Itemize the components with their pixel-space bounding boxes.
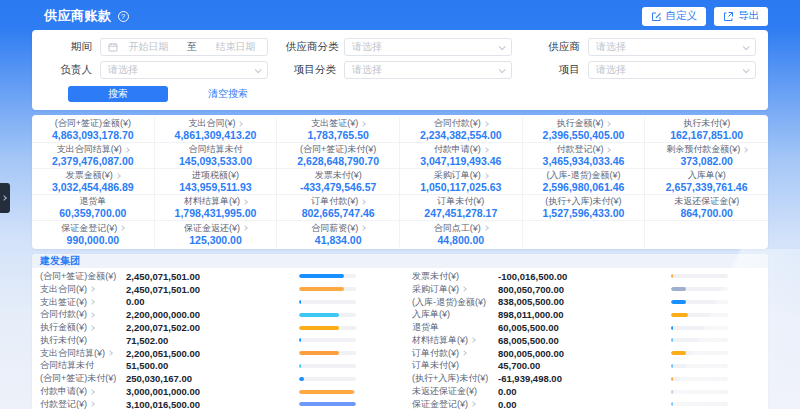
project-category-field: 项目分类 请选择 xyxy=(286,61,512,79)
chevron-right-icon xyxy=(107,350,113,356)
stat-value: 4,861,309,413.20 xyxy=(175,129,257,141)
bar-fill xyxy=(299,313,339,317)
metric-value: 3,100,016,500.00 xyxy=(126,399,299,409)
metric-row: (合同+签证)金额(¥)2,450,071,501.00 xyxy=(40,270,382,283)
summary-stat-cell[interactable]: 保证金返还(¥)125,300.00 xyxy=(155,221,278,247)
summary-stat-cell: (合同+签证)未付(¥)2,628,648,790.70 xyxy=(277,143,400,169)
group-metrics-left-column: (合同+签证)金额(¥)2,450,071,501.00支出合同(¥)2,450… xyxy=(40,270,382,409)
group-header[interactable]: 建发集团 xyxy=(32,254,768,268)
chevron-right-icon xyxy=(124,147,130,153)
bar-track xyxy=(299,300,356,304)
stat-label: 保证金登记(¥) xyxy=(61,223,117,234)
summary-stat-cell[interactable]: 付款申请(¥)3,047,119,493.46 xyxy=(400,143,523,169)
metric-label: (入库-退货)金额(¥) xyxy=(412,296,486,309)
summary-stat-cell[interactable]: 剩余预付款金额(¥)373,082.00 xyxy=(645,143,768,169)
clear-search-link[interactable]: 清空搜索 xyxy=(208,87,248,101)
metric-row: 执行未付(¥)71,502.00 xyxy=(40,334,382,347)
bar-track xyxy=(299,338,356,342)
summary-stat-cell: 未返还保证金(¥)864,700.00 xyxy=(645,195,768,221)
metric-row: (合同+签证)未付(¥)250,030,167.00 xyxy=(40,372,382,385)
metric-row[interactable]: 保证金登记(¥)0.00 xyxy=(412,398,754,409)
stat-label: 合同薪资(¥) xyxy=(311,223,358,234)
chevron-right-icon xyxy=(115,173,121,179)
bar-track xyxy=(299,326,356,330)
chevron-right-icon xyxy=(242,225,248,231)
supplier-category-select[interactable]: 请选择 xyxy=(344,38,512,56)
bar-track xyxy=(299,377,356,381)
stat-label: 支出合同结算(¥) xyxy=(57,144,122,155)
stat-value: -433,479,546.57 xyxy=(300,181,376,193)
metric-row[interactable]: 合同付款(¥)2,200,000,000.00 xyxy=(40,308,382,321)
bar-track xyxy=(671,313,728,317)
metric-value: 3,000,001,000.00 xyxy=(126,386,299,397)
metric-row[interactable]: 采购订单(¥)800,050,700.00 xyxy=(412,283,754,296)
metric-row[interactable]: 材料结算单(¥)68,005,500.00 xyxy=(412,334,754,347)
calendar-icon xyxy=(108,42,118,52)
summary-stat-cell[interactable]: 支出合同结算(¥)2,379,476,087.00 xyxy=(32,143,155,169)
summary-stat-cell[interactable]: 合同薪资(¥)41,834.00 xyxy=(277,221,400,247)
chevron-right-icon xyxy=(483,121,489,127)
metric-row[interactable]: 付款登记(¥)3,100,016,500.00 xyxy=(40,398,382,409)
stat-label: (合同+签证)金额(¥) xyxy=(55,118,131,129)
stat-value: 2,628,648,790.70 xyxy=(297,155,379,167)
bar-track xyxy=(671,300,728,304)
summary-stat-cell[interactable]: 支出签证(¥)1,783,765.50 xyxy=(277,117,400,143)
summary-stat-cell[interactable]: 采购订单(¥)1,050,117,025.63 xyxy=(400,169,523,195)
metric-value: 51,500.00 xyxy=(126,360,299,371)
group-section: 建发集团 (合同+签证)金额(¥)2,450,071,501.00支出合同(¥)… xyxy=(32,254,768,409)
owner-field: 负责人 请选择 xyxy=(42,61,268,79)
period-range-input[interactable]: 开始日期 至 结束日期 xyxy=(100,38,268,56)
chevron-right-icon xyxy=(470,402,476,408)
summary-stat-cell: 合同结算未付145,093,533.00 xyxy=(155,143,278,169)
summary-stat-cell[interactable]: 支出合同(¥)4,861,309,413.20 xyxy=(155,117,278,143)
group-name: 建发集团 xyxy=(40,254,80,268)
summary-stat-cell[interactable]: 付款登记(¥)3,465,934,033.46 xyxy=(523,143,646,169)
supplier-select[interactable]: 请选择 xyxy=(588,38,756,56)
metric-row[interactable]: 支出合同结算(¥)2,200,051,500.00 xyxy=(40,347,382,360)
chevron-down-icon xyxy=(743,66,750,73)
metric-row[interactable]: 订单付款(¥)800,005,000.00 xyxy=(412,347,754,360)
stat-value: 373,082.00 xyxy=(680,155,733,167)
summary-stat-cell[interactable]: 订单付款(¥)802,665,747.46 xyxy=(277,195,400,221)
summary-stat-cell[interactable]: 合同付款(¥)2,234,382,554.00 xyxy=(400,117,523,143)
summary-stat-cell: 执行未付(¥)162,167,851.00 xyxy=(645,117,768,143)
project-category-select[interactable]: 请选择 xyxy=(344,61,512,79)
chevron-right-icon xyxy=(242,199,248,205)
owner-select[interactable]: 请选择 xyxy=(100,61,268,79)
help-icon[interactable] xyxy=(118,11,129,22)
stat-label: 支出合同(¥) xyxy=(188,118,235,129)
summary-stat-cell[interactable]: 执行金额(¥)2,396,550,405.00 xyxy=(523,117,646,143)
supplier-category-field: 供应商分类 请选择 xyxy=(286,38,512,56)
metric-value: -100,016,500.00 xyxy=(498,271,671,282)
metric-value: 2,450,071,501.00 xyxy=(126,284,299,295)
metric-row[interactable]: 付款申请(¥)3,000,001,000.00 xyxy=(40,385,382,398)
metric-row[interactable]: 支出签证(¥)0.00 xyxy=(40,296,382,309)
summary-stat-cell[interactable]: 合同点工(¥)44,800.00 xyxy=(400,221,523,247)
chevron-down-icon xyxy=(743,43,750,50)
export-button[interactable]: 导出 xyxy=(714,7,768,26)
stat-label: (入库-退货)金额(¥) xyxy=(546,170,620,181)
summary-stat-cell: 订单未付(¥)247,451,278.17 xyxy=(400,195,523,221)
metric-value: 2,200,071,502.00 xyxy=(126,322,299,333)
summary-stat-cell[interactable]: 材料结算单(¥)1,798,431,995.00 xyxy=(155,195,278,221)
side-panel-handle[interactable] xyxy=(0,183,10,213)
stat-value: 990,000.00 xyxy=(67,234,120,246)
search-button[interactable]: 搜索 xyxy=(68,86,168,102)
chevron-right-icon xyxy=(1,195,7,201)
metric-row[interactable]: 执行金额(¥)2,200,071,502.00 xyxy=(40,321,382,334)
project-select[interactable]: 请选择 xyxy=(588,61,756,79)
select-placeholder: 请选择 xyxy=(352,40,382,54)
chevron-down-icon xyxy=(255,66,262,73)
summary-stat-cell[interactable]: 保证金登记(¥)990,000.00 xyxy=(32,221,155,247)
metric-value: 45,700.00 xyxy=(498,360,671,371)
summary-stat-cell[interactable]: 发票金额(¥)3,032,454,486.89 xyxy=(32,169,155,195)
owner-label: 负责人 xyxy=(42,63,100,77)
stat-label: 材料结算单(¥) xyxy=(184,196,240,207)
customize-button[interactable]: 自定义 xyxy=(642,7,707,26)
summary-panel: (合同+签证)金额(¥)4,863,093,178.70支出合同(¥)4,861… xyxy=(32,115,768,249)
metric-row[interactable]: 支出合同(¥)2,450,071,501.00 xyxy=(40,283,382,296)
period-label: 期间 xyxy=(42,40,100,54)
chevron-right-icon xyxy=(360,199,366,205)
chevron-right-icon xyxy=(483,225,489,231)
bar-fill xyxy=(299,274,344,278)
